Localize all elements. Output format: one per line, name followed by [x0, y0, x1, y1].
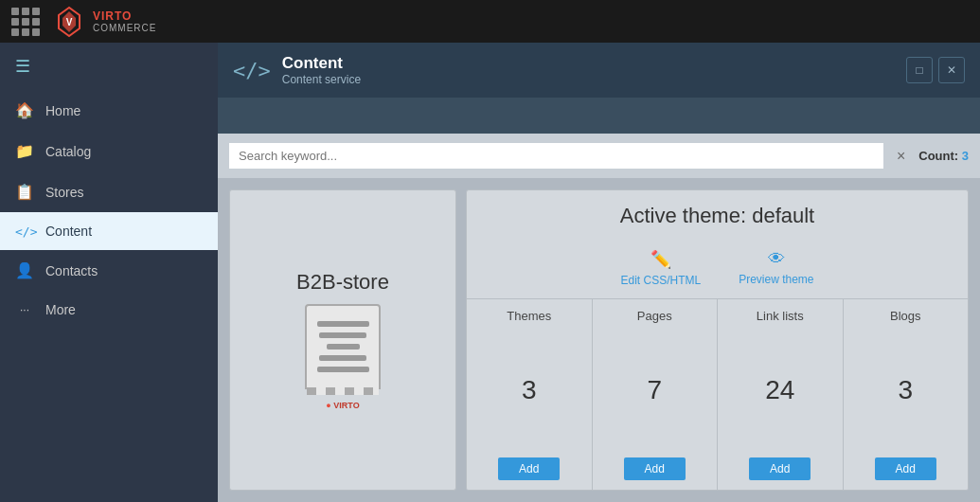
receipt-line-5 [317, 367, 369, 372]
sidebar-item-more[interactable]: ··· More [0, 291, 218, 329]
cards-area: B2B-store ● VIRTO Ac [218, 178, 980, 502]
sidebar-item-label: More [45, 302, 76, 317]
receipt-line-2 [319, 332, 366, 338]
theme-title: Active theme: default [480, 204, 954, 228]
receipt-line-4 [319, 355, 366, 361]
close-button[interactable]: ✕ [938, 57, 965, 83]
sidebar-item-home[interactable]: 🏠 Home [0, 90, 218, 131]
content-header-left: </> Content Content service [233, 54, 361, 86]
stats-grid: Themes 3 Add Pages 7 Add Link lists 24 A… [467, 298, 968, 490]
sidebar-item-catalog[interactable]: 📁 Catalog [0, 131, 218, 171]
more-icon: ··· [15, 303, 34, 316]
stat-add-btn-blogs[interactable]: Add [875, 457, 936, 480]
content-subtitle: Content service [282, 73, 361, 86]
receipt-icon [305, 304, 381, 389]
preview-theme-button[interactable]: 👁 Preview theme [739, 249, 813, 287]
minimize-button[interactable]: □ [906, 57, 933, 83]
stat-label-themes: Themes [507, 309, 551, 323]
content-header-actions: □ ✕ [906, 57, 965, 83]
sidebar-item-label: Home [45, 103, 80, 118]
content-tag-icon: </> [233, 59, 271, 82]
sidebar: ☰ 🏠 Home 📁 Catalog 📋 Stores </> Content … [0, 43, 218, 502]
count-label: Count: 3 [918, 149, 969, 163]
theme-card-header: Active theme: default [467, 190, 968, 242]
theme-actions: ✏️ Edit CSS/HTML 👁 Preview theme [467, 242, 968, 298]
stat-add-btn-linklists[interactable]: Add [749, 457, 811, 480]
main-layout: ☰ 🏠 Home 📁 Catalog 📋 Stores </> Content … [0, 43, 980, 502]
theme-card: Active theme: default ✏️ Edit CSS/HTML 👁… [466, 189, 969, 491]
stat-add-btn-pages[interactable]: Add [624, 457, 686, 480]
content-title: Content [282, 54, 361, 73]
sidebar-item-stores[interactable]: 📋 Stores [0, 171, 218, 212]
logo-icon: V [53, 6, 85, 38]
preview-theme-label: Preview theme [739, 273, 813, 286]
stat-label-pages: Pages [637, 309, 672, 323]
sidebar-item-label: Stores [45, 185, 83, 200]
count-value: 3 [962, 149, 969, 163]
content-header: </> Content Content service □ ✕ [218, 43, 980, 98]
content-icon: </> [15, 224, 34, 239]
sidebar-item-label: Contacts [45, 263, 98, 278]
sidebar-item-content[interactable]: </> Content [0, 212, 218, 250]
stat-cell-themes: Themes 3 Add [467, 299, 593, 490]
content-area: </> Content Content service □ ✕ × Count:… [218, 43, 980, 502]
stat-value-pages: 7 [647, 377, 662, 403]
catalog-icon: 📁 [15, 142, 34, 160]
stat-add-btn-themes[interactable]: Add [498, 457, 560, 480]
stat-label-blogs: Blogs [890, 309, 921, 323]
stores-icon: 📋 [15, 183, 34, 201]
receipt-line-1 [317, 321, 369, 327]
home-icon: 🏠 [15, 101, 34, 119]
sidebar-item-contacts[interactable]: 👤 Contacts [0, 250, 218, 291]
app-grid-icon[interactable] [11, 8, 40, 36]
store-name: B2B-store [296, 270, 389, 295]
hamburger-menu[interactable]: ☰ [0, 46, 218, 90]
stat-cell-blogs: Blogs 3 Add [844, 299, 969, 490]
store-logo-small: ● VIRTO [326, 401, 359, 410]
logo: V VIRTO COMMERCE [53, 6, 156, 38]
logo-text: VIRTO COMMERCE [93, 9, 156, 33]
stat-value-blogs: 3 [898, 377, 913, 403]
search-input[interactable] [229, 143, 883, 169]
search-clear-button[interactable]: × [891, 146, 911, 167]
content-subheader [218, 98, 980, 134]
stat-label-linklists: Link lists [757, 309, 804, 323]
stat-value-linklists: 24 [765, 377, 794, 403]
svg-text:V: V [66, 17, 73, 27]
stat-cell-pages: Pages 7 Add [593, 299, 719, 490]
edit-icon: ✏️ [650, 249, 671, 270]
topbar: V VIRTO COMMERCE [0, 0, 980, 43]
sidebar-item-label: Catalog [45, 144, 91, 159]
receipt-line-3 [327, 344, 360, 350]
content-header-info: Content Content service [282, 54, 361, 86]
stat-value-themes: 3 [522, 377, 537, 403]
sidebar-item-label: Content [45, 224, 92, 239]
edit-css-html-button[interactable]: ✏️ Edit CSS/HTML [620, 249, 701, 287]
store-icon-wrapper: ● VIRTO [305, 304, 381, 410]
stat-cell-linklists: Link lists 24 Add [718, 299, 844, 490]
preview-icon: 👁 [768, 249, 785, 269]
contacts-icon: 👤 [15, 261, 34, 279]
store-card: B2B-store ● VIRTO [229, 189, 456, 491]
search-bar: × Count: 3 [218, 134, 980, 178]
edit-css-label: Edit CSS/HTML [620, 274, 701, 287]
